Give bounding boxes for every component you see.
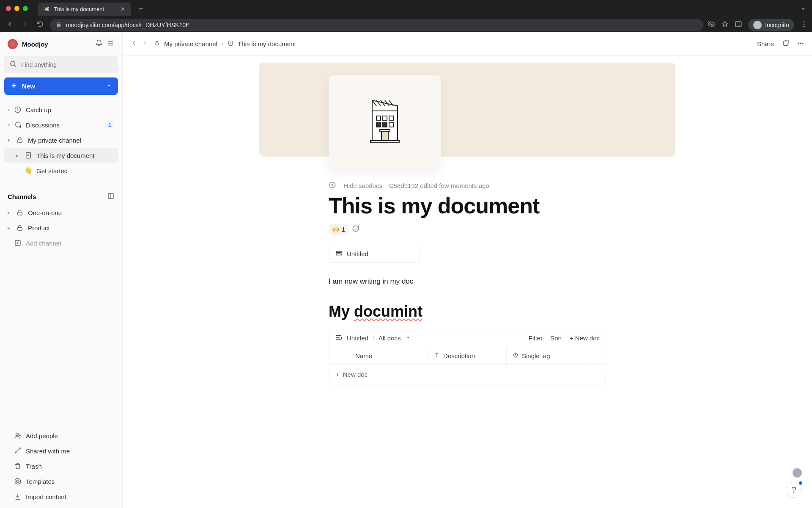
sidebar-item-catch-up[interactable]: Catch up — [4, 102, 118, 117]
browser-menu-icon[interactable] — [800, 20, 808, 30]
svg-point-2 — [804, 24, 805, 25]
add-channel-icon — [14, 239, 22, 247]
incognito-badge[interactable]: Incognito — [748, 19, 794, 31]
svg-rect-10 — [18, 227, 22, 230]
new-tab-button[interactable]: + — [135, 3, 147, 15]
sidebar-doc-get-started[interactable]: 👋 Get started — [4, 163, 118, 178]
subdoc-link[interactable]: Untitled — [329, 245, 420, 263]
table-new-row[interactable]: + New doc — [329, 364, 606, 384]
table-header-add-col[interactable] — [585, 347, 606, 364]
close-tab-icon[interactable]: ✕ — [121, 6, 125, 12]
sidebar-add-channel[interactable]: Add channel — [4, 236, 118, 250]
doc-forward-button[interactable] — [141, 39, 149, 49]
tracking-eye-icon[interactable] — [708, 20, 715, 30]
doc-icon — [25, 152, 32, 159]
app-root: Moodjoy Find anything New — [0, 32, 812, 508]
plus-icon: + — [336, 371, 340, 378]
comment-icon[interactable] — [782, 39, 789, 48]
notifications-icon[interactable] — [95, 39, 103, 49]
reaction-emoji: 🙌 — [332, 226, 339, 233]
share-button[interactable]: Share — [757, 40, 774, 47]
window-controls — [6, 6, 28, 11]
svg-rect-32 — [336, 251, 341, 253]
chevron-down-icon[interactable]: ▾ — [8, 138, 12, 143]
more-icon[interactable] — [797, 39, 804, 48]
sidebar-import-content[interactable]: Import content — [4, 489, 118, 504]
subdocs-toggle-icon[interactable] — [329, 181, 337, 190]
add-section-icon[interactable] — [107, 192, 115, 201]
table-header-name[interactable]: Name — [349, 347, 428, 364]
svg-rect-9 — [18, 212, 22, 215]
collapse-sidebar-icon[interactable] — [107, 39, 115, 49]
help-fab[interactable]: ? — [786, 482, 802, 498]
sidepanel-icon[interactable] — [735, 20, 742, 30]
breadcrumb-channel[interactable]: My private channel — [164, 40, 217, 47]
sidebar-channel-product[interactable]: ▸ Product — [4, 221, 118, 235]
chevron-down-icon[interactable] — [106, 83, 112, 90]
bookmark-star-icon[interactable] — [721, 20, 729, 30]
incognito-icon — [753, 21, 762, 29]
sidebar-doc-this-is-my-document[interactable]: ▸ This is my document — [4, 148, 118, 163]
reaction-pill[interactable]: 🙌 1 — [329, 224, 348, 235]
svg-rect-24 — [376, 123, 381, 127]
window-minimize-button[interactable] — [14, 6, 19, 11]
add-reaction-icon[interactable] — [352, 225, 359, 234]
search-input[interactable]: Find anything — [4, 56, 118, 73]
chevron-right-icon[interactable]: ▸ — [16, 153, 20, 158]
lock-icon — [154, 40, 160, 47]
workspace-switcher[interactable]: Moodjoy — [4, 36, 118, 52]
chevron-right-icon[interactable]: ▸ — [8, 225, 12, 231]
chevron-down-icon[interactable] — [405, 334, 411, 342]
table-source[interactable]: Untitled — [347, 334, 368, 342]
doc-scroll[interactable]: Hide subdocs C58d9192 edited few moments… — [123, 56, 812, 508]
browser-tab[interactable]: ⌘ This is my document ✕ — [38, 3, 131, 16]
table-filter-button[interactable]: Filter — [529, 334, 543, 342]
table-scope[interactable]: All docs — [379, 334, 401, 342]
table-separator: / — [373, 334, 374, 342]
svg-rect-26 — [389, 123, 393, 127]
url-bar[interactable]: moodjoy.slite.com/app/docs/r_DHzUYfHSK10… — [50, 19, 703, 31]
tabs-overflow-icon[interactable] — [799, 5, 807, 14]
sidebar-item-label: Shared with me — [26, 447, 70, 455]
doc-nav — [130, 39, 149, 49]
table-header-single-tag[interactable]: Single tag — [507, 347, 585, 364]
sidebar-trash[interactable]: Trash — [4, 459, 118, 473]
back-button[interactable] — [4, 19, 15, 31]
breadcrumb-doc[interactable]: This is my document — [238, 40, 296, 47]
workspace-avatar — [8, 39, 18, 49]
doc-title[interactable]: This is my document — [329, 193, 675, 218]
svg-point-3 — [804, 26, 805, 27]
reload-button[interactable] — [35, 19, 46, 31]
table-new-doc-button[interactable]: + New doc — [570, 334, 600, 342]
svg-point-18 — [800, 43, 801, 44]
table-sort-button[interactable]: Sort — [550, 334, 562, 342]
window-close-button[interactable] — [6, 6, 11, 11]
sidebar-templates[interactable]: Templates — [4, 474, 118, 489]
hide-subdocs-button[interactable]: Hide subdocs — [344, 182, 382, 189]
sidebar-item-private-channel[interactable]: ▾ My private channel — [4, 133, 118, 147]
window-maximize-button[interactable] — [23, 6, 28, 11]
new-button[interactable]: New — [4, 77, 118, 95]
doc-heading-2[interactable]: My documint — [329, 303, 675, 320]
cover-image[interactable] — [259, 63, 675, 157]
reactions-row: 🙌 1 — [329, 224, 675, 235]
url-text: moodjoy.slite.com/app/docs/r_DHzUYfHSK10… — [66, 22, 189, 28]
doc-back-button[interactable] — [130, 39, 138, 49]
forward-button[interactable] — [19, 19, 30, 31]
doc-icon-card[interactable] — [329, 75, 441, 169]
doc-body-paragraph[interactable]: I am now writing in my doc — [329, 277, 675, 286]
svg-point-12 — [16, 433, 19, 436]
svg-rect-22 — [383, 116, 387, 120]
presence-avatar[interactable] — [793, 468, 802, 478]
table-header-description[interactable]: Description — [428, 347, 507, 364]
sidebar-shared-with-me[interactable]: Shared with me — [4, 444, 118, 458]
sidebar-add-people[interactable]: Add people — [4, 428, 118, 443]
chevron-right-icon[interactable]: ▸ — [8, 210, 12, 215]
clock-icon — [14, 106, 22, 113]
sidebar-item-label: Templates — [26, 478, 55, 485]
svg-rect-25 — [383, 123, 387, 127]
svg-rect-0 — [735, 22, 741, 27]
lock-icon — [56, 22, 62, 29]
sidebar-channel-one-on-one[interactable]: ▸ One-on-one — [4, 205, 118, 220]
sidebar-item-discussions[interactable]: Discussions 1 — [4, 118, 118, 132]
